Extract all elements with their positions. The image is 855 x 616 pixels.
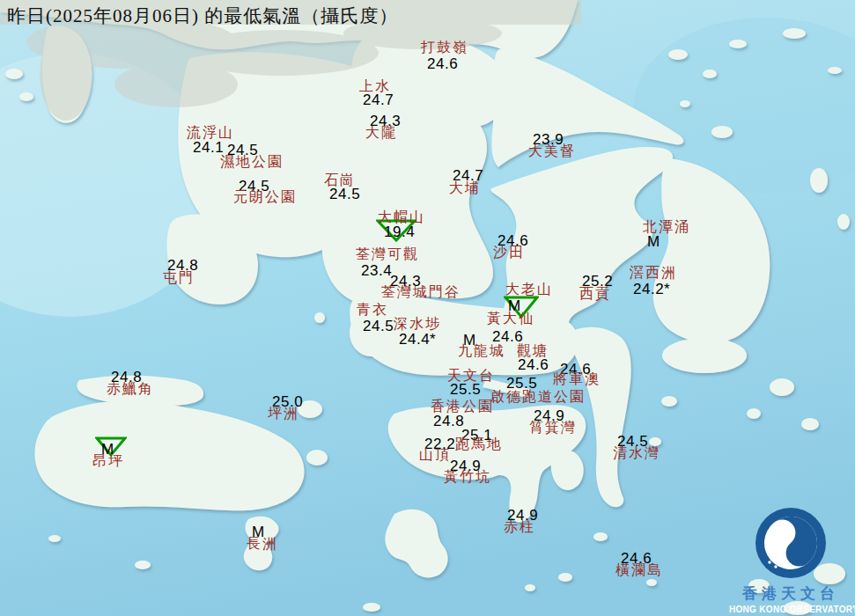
- station-name: 深水埗: [394, 317, 441, 331]
- station-value: 24.1: [193, 140, 224, 155]
- station-name: 濕地公園: [220, 155, 284, 169]
- station-name: 大帽山: [378, 210, 425, 224]
- station-name: 山頂: [419, 448, 451, 462]
- station-value: 24.6: [492, 329, 523, 344]
- station-name: 流浮山: [187, 126, 234, 140]
- station-value: 24.6: [518, 357, 549, 372]
- station-name: 上水: [359, 79, 391, 93]
- station-name: 荃灣城門谷: [381, 285, 461, 299]
- station-name: 跑馬地: [455, 437, 503, 451]
- station-value: 24.4*: [399, 332, 436, 347]
- station-value: 19.4: [384, 224, 415, 239]
- station-name: 昂坪: [92, 454, 124, 468]
- station-value: 24.2*: [633, 282, 670, 297]
- hko-logo: 香港天文台 HONG KONG OBSERVATORY: [729, 506, 852, 616]
- station-value: M: [647, 234, 660, 249]
- station-name: 元朗公園: [233, 190, 297, 204]
- station-name: 坪洲: [268, 407, 299, 421]
- min-temp-map-screen: 昨日(2025年08月06日) 的最低氣溫（攝氏度） 24.6打鼓嶺24.7上水…: [0, 0, 855, 616]
- hko-logo-english-name: HONG KONG OBSERVATORY: [729, 605, 852, 616]
- page-title: 昨日(2025年08月06日) 的最低氣溫（攝氏度）: [7, 4, 398, 28]
- station-name: 筲箕灣: [529, 421, 577, 435]
- station-name: 赤鱲角: [107, 382, 154, 396]
- station-name: 橫瀾島: [615, 563, 663, 577]
- station-name: 西貢: [579, 287, 611, 301]
- station-name: 清水灣: [613, 446, 660, 460]
- station-name: 大老山: [505, 282, 553, 297]
- station-value: 24.8: [433, 414, 464, 429]
- station-name: 屯門: [163, 271, 195, 285]
- station-name: 沙田: [493, 246, 525, 260]
- station-name: 黃大仙: [487, 312, 534, 326]
- station-value: 24.5: [329, 187, 360, 202]
- station-name: 天文台: [447, 369, 495, 383]
- station-name: 北潭涌: [643, 220, 690, 234]
- hong-kong-map: [0, 0, 855, 616]
- station-name: 大美督: [528, 144, 576, 158]
- station-value: 25.5: [450, 382, 481, 397]
- station-name: 將軍澳: [553, 372, 601, 386]
- station-name: 打鼓嶺: [421, 40, 468, 55]
- station-name: 觀塘: [517, 344, 549, 358]
- station-name: 大埔: [449, 181, 481, 195]
- station-name: 九龍城: [458, 344, 505, 358]
- station-name: 長洲: [247, 537, 278, 551]
- station-value: 24.6: [427, 56, 458, 71]
- station-value: 23.4: [361, 263, 392, 278]
- station-name: 青衣: [357, 303, 388, 317]
- station-name: 大隴: [365, 126, 397, 140]
- station-name: 啟德跑道公園: [490, 390, 586, 404]
- station-name: 荃灣可觀: [356, 247, 419, 261]
- station-name: 石崗: [324, 173, 356, 187]
- station-name: 滘西洲: [630, 266, 677, 280]
- hko-logo-chinese-name: 香港天文台: [729, 583, 852, 604]
- station-name: 香港公園: [431, 400, 494, 414]
- station-value: 24.5: [363, 319, 394, 334]
- station-value: 24.7: [363, 92, 394, 107]
- station-name: 赤柱: [504, 520, 535, 534]
- hko-logo-icon: [754, 506, 828, 580]
- station-name: 黃竹坑: [444, 470, 491, 484]
